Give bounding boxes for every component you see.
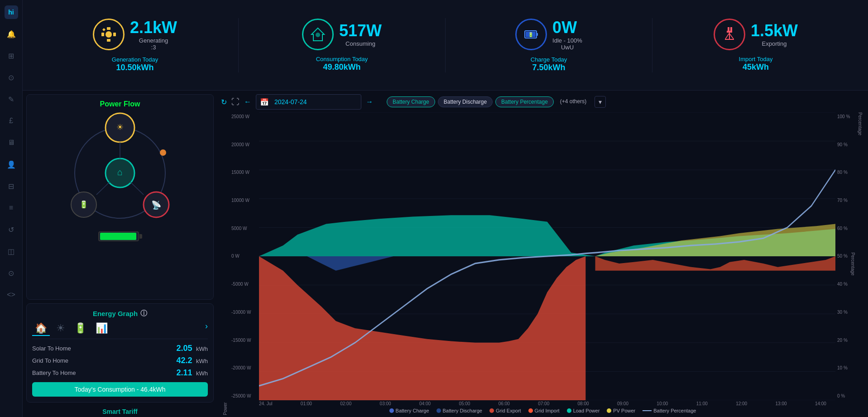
svg-marker-48 <box>595 256 835 271</box>
y-label-0: 0 W <box>231 254 257 259</box>
filter-more[interactable]: (+4 others) <box>556 96 590 107</box>
svg-line-18 <box>729 34 734 39</box>
legend-pv-power-dot <box>607 408 611 413</box>
filter-battery-percentage[interactable]: Battery Percentage <box>495 96 554 107</box>
sidebar-logo[interactable]: hi <box>5 5 18 19</box>
sidebar-icon-menu[interactable]: ≡ <box>5 201 18 215</box>
x-axis-labels: 24. Jul 01:00 02:00 03:00 04:00 05:00 06… <box>230 400 856 406</box>
y-axis-right-rotated-label: Percentage <box>856 112 864 415</box>
svg-point-7 <box>316 33 320 37</box>
stats-bar: 2.1kW Generating :3 Generation Today 10.… <box>23 0 868 91</box>
home-value: 517W <box>339 21 382 40</box>
y-labels-right: 100 % 90 % 80 % 70 % 60 % 50 % 40 % 30 %… <box>835 112 856 400</box>
sidebar-icon-layout[interactable]: ◫ <box>5 244 18 258</box>
svg-rect-1 <box>107 39 110 42</box>
y-label-r-100: 100 % <box>837 114 854 119</box>
grid-icon-circle <box>714 19 745 50</box>
svg-rect-16 <box>725 39 734 40</box>
sidebar-icon-grid[interactable]: ⊞ <box>5 49 18 62</box>
bottom-area: Power Flow ☀ <box>23 91 868 417</box>
sidebar-icon-user[interactable]: 👤 <box>5 158 18 171</box>
battery-today-label: Charge Today <box>531 56 567 63</box>
sidebar-icon-bell[interactable]: 🔔 <box>5 27 18 41</box>
sidebar-icon-code[interactable]: <> <box>5 288 18 302</box>
y-label-r-20: 20 % <box>837 338 854 343</box>
chart-toolbar: ↻ ⛶ ← 📅 → Battery Charge Battery Dischar… <box>221 94 864 110</box>
chart-legend-filters: Battery Charge Battery Discharge Battery… <box>387 96 590 107</box>
svg-text:☀: ☀ <box>116 123 124 132</box>
legend-battery-percentage-label: Battery Percentage <box>653 408 696 413</box>
svg-line-31 <box>130 182 144 195</box>
battery-to-home-value: 2.11 <box>177 368 192 377</box>
chart-next-button[interactable]: → <box>366 98 373 106</box>
legend-battery-charge: Battery Charge <box>389 408 429 413</box>
energy-tab-home[interactable]: 🏠 <box>32 321 50 336</box>
y-label-25000: 25000 W <box>231 114 257 119</box>
grid-to-home-label: Grid To Home <box>32 357 68 364</box>
home-label: Consuming <box>339 40 382 47</box>
legend-grid-import: Grid Import <box>528 408 560 413</box>
energy-tab-battery[interactable]: 🔋 <box>72 321 89 336</box>
today-consumption-bar[interactable]: Today's Consumption - 46.4kWh <box>32 382 208 397</box>
y-axis-left-label: Power <box>221 112 230 415</box>
home-icon-circle <box>302 19 334 50</box>
y-label-r-90: 90 % <box>837 142 854 147</box>
filter-battery-charge[interactable]: Battery Charge <box>387 96 435 107</box>
solar-today: Generation Today 10.50kWh <box>112 56 158 72</box>
grid-today: Import Today 45kWh <box>739 56 773 72</box>
grid-to-home-value: 42.2 <box>177 356 192 365</box>
svg-text:⌂: ⌂ <box>117 167 123 177</box>
y-labels-left: 25000 W 20000 W 15000 W 10000 W 5000 W 0… <box>230 112 259 400</box>
sidebar-icon-panel[interactable]: ⊟ <box>5 179 18 193</box>
svg-marker-45 <box>259 256 585 400</box>
svg-text:📡: 📡 <box>151 200 162 210</box>
svg-marker-46 <box>307 256 393 271</box>
y-label-5000: 5000 W <box>231 226 257 231</box>
battery-label: Idle - 100% UwU <box>552 37 582 51</box>
x-label-5: 05:00 <box>459 401 470 406</box>
legend-grid-import-dot <box>528 408 533 413</box>
svg-line-30 <box>96 182 110 195</box>
solar-to-home-label: Solar To Home <box>32 345 71 352</box>
chart-dropdown-button[interactable]: ▾ <box>595 96 606 108</box>
y-label-r-0: 0 % <box>837 393 854 398</box>
svg-rect-9 <box>537 33 538 36</box>
y-label-n25000: -25000 W <box>231 393 257 398</box>
battery-to-home-label: Battery To Home <box>32 369 76 376</box>
energy-tab-chart[interactable]: 📊 <box>93 321 110 336</box>
sidebar-icon-monitor[interactable]: 🖥 <box>5 136 18 149</box>
svg-line-17 <box>725 34 729 39</box>
svg-text:🔋: 🔋 <box>79 200 88 209</box>
chart-expand-button[interactable]: ⛶ <box>231 97 240 107</box>
energy-tabs: 🏠 ☀ 🔋 📊 › <box>32 321 208 339</box>
energy-tab-next[interactable]: › <box>205 321 208 336</box>
svg-rect-5 <box>102 28 106 31</box>
svg-rect-2 <box>101 33 104 36</box>
energy-graph-panel: Energy Graph ⓘ 🏠 ☀ 🔋 📊 › Solar To Home 2… <box>26 303 214 403</box>
main-content: 2.1kW Generating :3 Generation Today 10.… <box>23 0 868 417</box>
energy-graph-info-icon[interactable]: ⓘ <box>140 309 147 318</box>
y-label-r-70: 70 % <box>837 198 854 203</box>
y-label-20000: 20000 W <box>231 142 257 147</box>
energy-tab-solar[interactable]: ☀ <box>53 321 68 336</box>
x-label-11: 11:00 <box>696 401 708 406</box>
sidebar-icon-pound[interactable]: £ <box>5 114 18 128</box>
x-label-0: 24. Jul <box>259 401 272 406</box>
grid-today-label: Import Today <box>739 56 773 62</box>
chart-refresh-button[interactable]: ↻ <box>221 98 227 106</box>
sidebar-icon-circle[interactable]: ⊙ <box>5 266 18 280</box>
svg-marker-47 <box>595 224 835 256</box>
sidebar-icon-history[interactable]: ⊙ <box>5 71 18 84</box>
chart-date-input[interactable] <box>271 96 357 107</box>
sidebar-icon-edit[interactable]: ✎ <box>5 92 18 106</box>
chart-prev-button[interactable]: ← <box>244 98 251 106</box>
battery-icon-circle: 🔋 <box>515 19 547 50</box>
x-label-13: 13:00 <box>776 401 787 406</box>
power-flow-title: Power Flow <box>100 100 140 108</box>
sidebar-icon-refresh[interactable]: ↺ <box>5 223 18 236</box>
left-panels: Power Flow ☀ <box>23 91 217 417</box>
stat-solar: 2.1kW Generating :3 Generation Today 10.… <box>32 18 238 72</box>
svg-rect-0 <box>107 27 110 30</box>
y-label-r-60: 60 % <box>837 226 854 231</box>
filter-battery-discharge[interactable]: Battery Discharge <box>438 96 493 107</box>
